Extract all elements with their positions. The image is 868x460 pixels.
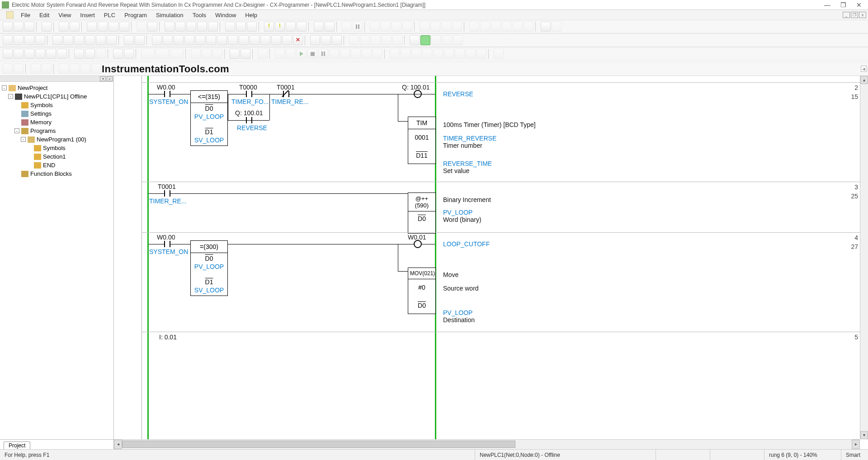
tool-r3-5[interactable] [46, 49, 56, 59]
tool-zoom100[interactable] [14, 35, 24, 45]
tool-cut[interactable] [87, 22, 97, 32]
tool-replace[interactable] [175, 22, 185, 32]
tool-find[interactable] [165, 22, 175, 32]
tool-r3-2[interactable] [14, 49, 24, 59]
coil[interactable] [414, 240, 422, 248]
tree-settings[interactable]: Settings [30, 109, 52, 118]
tool-coil-nc[interactable] [239, 35, 249, 45]
tool-paste[interactable] [108, 22, 118, 32]
tool-monitor1[interactable] [370, 22, 380, 32]
tool-r3-6[interactable] [57, 49, 67, 59]
tool-window4[interactable] [452, 22, 462, 32]
tool-zoomin[interactable] [24, 35, 34, 45]
tool-stepinto[interactable] [340, 49, 350, 59]
coil[interactable] [414, 90, 422, 98]
tool-ex4[interactable] [442, 35, 452, 45]
tool-save[interactable] [24, 22, 34, 32]
contact-no[interactable] [246, 91, 252, 97]
tool-pause2[interactable] [318, 49, 328, 59]
tool-end[interactable] [373, 49, 382, 59]
tool-grid6[interactable] [107, 35, 117, 45]
tool-dbg3[interactable] [286, 49, 296, 59]
tool-view2[interactable] [480, 22, 490, 32]
tool-dx4[interactable] [382, 35, 392, 45]
tree-newprogram[interactable]: NewProgram1 (00) [37, 135, 86, 144]
tool-contact-no[interactable] [163, 35, 173, 45]
scroll-track[interactable] [122, 440, 852, 449]
tool-func2[interactable] [260, 35, 270, 45]
tool-goto[interactable] [208, 22, 218, 32]
tool-r4-4[interactable] [42, 64, 52, 74]
tool-al7[interactable] [455, 49, 465, 59]
tool-r3-3[interactable] [24, 49, 34, 59]
tool-info[interactable] [225, 22, 235, 32]
tool-r4-7[interactable] [80, 64, 90, 74]
contact-no[interactable] [164, 91, 170, 97]
tool-new[interactable] [3, 22, 13, 32]
tree-programs[interactable]: Programs [30, 127, 56, 135]
mdi-restore-button[interactable]: ❐ [851, 12, 858, 18]
tool-r4-3[interactable] [31, 64, 41, 74]
tree-end[interactable]: END [43, 161, 55, 169]
inc-box[interactable]: @++(590) D0 [408, 192, 436, 234]
tool-preview[interactable] [70, 22, 80, 32]
tree-root[interactable]: NewProject [18, 84, 47, 92]
scroll-up-button[interactable]: ▴ [860, 76, 868, 84]
tree-plc[interactable]: NewPLC1[CP1L] Offline [24, 92, 87, 101]
tim-box[interactable]: TIM 0001 D11 [408, 117, 436, 164]
tool-grid3[interactable] [74, 35, 84, 45]
compare-box[interactable]: <=(315) D0 PV_LOOP D1 SV_LOOP [190, 90, 228, 146]
tool-run[interactable] [342, 22, 352, 32]
menu-tools[interactable]: Tools [188, 11, 211, 19]
tool-al2[interactable] [401, 49, 410, 59]
tool-context-help[interactable] [247, 22, 257, 32]
close-button[interactable]: ✕ [856, 1, 862, 9]
tool-view5[interactable] [513, 22, 523, 32]
tool-view3[interactable] [491, 22, 501, 32]
tool-win-b[interactable] [321, 35, 331, 45]
menu-window[interactable]: Window [211, 11, 241, 19]
tool-win-a[interactable] [310, 35, 320, 45]
tool-num10[interactable] [141, 49, 155, 59]
tool-sim1[interactable] [230, 49, 240, 59]
tool-contact-nc[interactable] [174, 35, 184, 45]
tree-memory[interactable]: Memory [30, 118, 52, 127]
tool-r4-5[interactable] [59, 64, 69, 74]
menu-file[interactable]: File [16, 11, 35, 19]
maximize-button[interactable]: ❐ [840, 1, 846, 9]
tool-r3-7[interactable] [74, 49, 84, 59]
tool-grid5[interactable] [96, 35, 106, 45]
menu-program[interactable]: Program [120, 11, 151, 19]
tool-not[interactable] [282, 35, 292, 45]
tool-paste-special[interactable] [119, 22, 129, 32]
tool-window2[interactable] [430, 22, 440, 32]
tool-step[interactable] [329, 49, 339, 59]
horizontal-scrollbar[interactable]: ◂ ▸ [114, 439, 860, 449]
minimize-button[interactable]: — [824, 1, 830, 9]
tool-find-next[interactable] [186, 22, 196, 32]
tool-extra1[interactable] [541, 22, 551, 32]
tool-zoomout[interactable] [3, 35, 13, 45]
tool-r3-4[interactable] [35, 49, 45, 59]
tool-ex5[interactable] [453, 35, 463, 45]
tool-sim2[interactable] [241, 49, 250, 59]
tool-func[interactable] [250, 35, 259, 45]
project-tab[interactable]: Project [4, 441, 30, 449]
tool-hwire[interactable] [217, 35, 227, 45]
tool-r3-11[interactable] [124, 49, 134, 59]
tool-transfer-from[interactable] [325, 22, 335, 32]
tool-print-setup[interactable] [42, 22, 52, 32]
tool-al6[interactable] [444, 49, 454, 59]
tool-r4-2[interactable] [14, 64, 24, 74]
tool-monitor4[interactable] [402, 22, 412, 32]
tool-delete-line[interactable] [293, 35, 303, 45]
contact-no[interactable] [164, 190, 170, 197]
tool-al10[interactable] [494, 49, 504, 59]
tree-expand[interactable]: - [2, 85, 7, 90]
tool-pause[interactable] [353, 22, 363, 32]
tool-compile[interactable] [264, 22, 274, 32]
tool-num16[interactable] [170, 49, 184, 59]
tool-dx2[interactable] [360, 35, 370, 45]
tool-r3-8[interactable] [85, 49, 95, 59]
tool-al1[interactable] [390, 49, 400, 59]
